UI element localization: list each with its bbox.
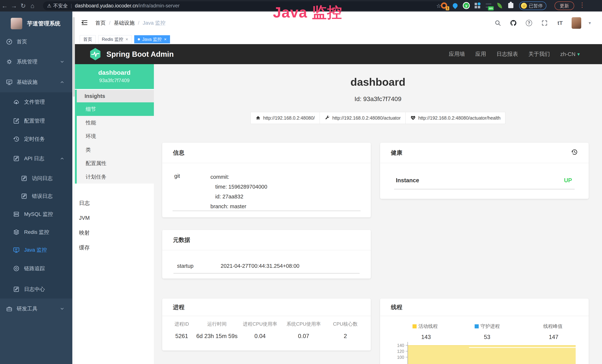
history-icon[interactable] — [571, 149, 578, 157]
sba-nav-journal[interactable]: 日志报表 — [496, 50, 518, 58]
extension-pin-icon[interactable] — [451, 1, 459, 10]
browser-update-button[interactable]: 更新 — [555, 1, 574, 10]
screen: ← → ↻ ⌂ ⚠ 不安全 | dashboard.yudao.iocoder.… — [0, 0, 602, 364]
font-size-icon[interactable]: tT — [556, 19, 564, 27]
fullscreen-icon[interactable] — [540, 19, 548, 27]
sidebar-item-redis[interactable]: Redis 监控 — [0, 223, 72, 241]
sidebar-item-trace[interactable]: 链路追踪 — [0, 259, 72, 278]
sidebar-item-system[interactable]: 系统管理 — [0, 53, 72, 71]
tag-java-monitor[interactable]: Java 监控 × — [134, 35, 170, 43]
sba-sidebar: dashboard 93a3fc7f7409 Insights 细节 性能 环境… — [75, 64, 154, 364]
sba-item-jvm[interactable]: JVM — [75, 211, 154, 225]
log-edit-icon — [13, 286, 20, 293]
user-caret-icon[interactable]: ▾ — [589, 20, 591, 26]
sba-item-details[interactable]: 细节 — [77, 102, 154, 116]
user-avatar[interactable] — [572, 17, 581, 29]
legend-label: 守护进程 — [481, 323, 500, 330]
card-title: 健康 — [391, 149, 402, 157]
tag-label: Java 监控 — [142, 36, 162, 42]
leaf-shape — [497, 3, 502, 8]
tag-home[interactable]: 首页 — [80, 35, 96, 43]
instance-name: dashboard — [75, 69, 154, 76]
endpoint-health-button[interactable]: http://192.168.0.2:48080/actuator/health — [406, 112, 505, 124]
sidebar-item-dev-tools[interactable]: 研发工具 — [0, 300, 72, 318]
extension-grid-icon[interactable] — [473, 1, 482, 10]
sba-item-caches[interactable]: 缓存 — [75, 240, 154, 255]
browser-forward-icon[interactable]: → — [9, 2, 19, 10]
github-icon[interactable] — [509, 19, 517, 27]
sidebar-scrollbar[interactable] — [72, 11, 75, 364]
url-path[interactable]: /infra/admin-server — [138, 3, 180, 9]
close-icon[interactable]: × — [126, 37, 128, 42]
sidebar-item-home[interactable]: 首页 — [0, 32, 72, 51]
sba-item-metrics[interactable]: 性能 — [77, 116, 154, 129]
app-title: 芋道管理系统 — [27, 20, 60, 27]
sba-item-logs[interactable]: 日志 — [75, 196, 154, 211]
sidebar-item-mysql[interactable]: MySQL 监控 — [0, 205, 72, 224]
help-icon[interactable]: ? — [525, 19, 533, 27]
y-tickmark — [406, 351, 408, 351]
eye-icon — [13, 265, 20, 272]
endpoint-url: http://192.168.0.2:48080/actuator/health — [418, 115, 500, 121]
sba-item-environment[interactable]: 环境 — [77, 129, 154, 143]
sidebar-item-label: 链路追踪 — [24, 265, 45, 272]
sidebar-item-api-log[interactable]: API 日志 — [0, 149, 72, 168]
extension-puzzle-icon[interactable] — [507, 1, 515, 10]
git-branch-line: branch: master — [210, 202, 267, 211]
extension-leaf-icon[interactable] — [495, 1, 504, 10]
endpoint-home-button[interactable]: http://192.168.0.2:48080/ — [250, 112, 320, 124]
sidebar-item-label: 错误日志 — [32, 193, 53, 200]
address-bar[interactable]: ⚠ 不安全 | dashboard.yudao.iocoder.cn/infra… — [43, 1, 445, 10]
sidebar-item-label: 日志中心 — [24, 286, 45, 293]
health-card-header: 健康 — [380, 143, 589, 163]
sidebar-item-label: 研发工具 — [17, 305, 37, 312]
sba-instance-header[interactable]: dashboard 93a3fc7f7409 — [75, 64, 154, 89]
metadata-value: 2021-04-27T00:44:31.254+08:00 — [221, 263, 300, 269]
browser-home-icon[interactable]: ⌂ — [28, 2, 37, 10]
scrollbar-thumb[interactable] — [73, 17, 75, 97]
sidebar-item-jobs[interactable]: 定时任务 — [0, 130, 72, 148]
sidebar-item-log-center[interactable]: 日志中心 — [0, 280, 72, 299]
sidebar-item-files[interactable]: 文件管理 — [0, 93, 72, 111]
app-logo-row[interactable]: 芋道管理系统 — [0, 15, 72, 32]
url-domain[interactable]: dashboard.yudao.iocoder.cn — [75, 3, 138, 9]
sba-nav-wallboard[interactable]: 应用墙 — [449, 50, 465, 58]
sba-item-classes[interactable]: 类 — [77, 143, 154, 157]
browser-reload-icon[interactable]: ↻ — [19, 2, 28, 10]
breadcrumb-home[interactable]: 首页 — [95, 20, 106, 27]
process-col-proc-cpu: 进程CPU使用率 0.04 — [238, 321, 282, 340]
extension-on-icon[interactable]: on — [484, 1, 493, 10]
security-label[interactable]: 不安全 — [53, 3, 68, 9]
profile-paused-pill[interactable]: ☺ 已暂停 — [519, 1, 546, 10]
browser-back-icon[interactable]: ← — [0, 2, 9, 10]
browser-menu-icon[interactable]: ⋮ — [579, 1, 585, 9]
sidebar-item-label: 首页 — [17, 38, 27, 45]
tag-redis-monitor[interactable]: Redis 监控 × — [98, 35, 132, 43]
sba-nav-about[interactable]: 关于我们 — [528, 50, 550, 58]
search-icon[interactable] — [494, 19, 502, 27]
sba-insights-group: Insights 细节 性能 环境 类 配置属性 计划任务 — [75, 90, 154, 183]
extension-y-icon[interactable]: y — [462, 1, 470, 10]
col-header: 系统CPU使用率 — [282, 321, 325, 327]
extension-refresh-icon[interactable]: 1 — [440, 1, 448, 10]
col-value: 2 — [325, 333, 365, 340]
sba-language-select[interactable]: zh-CN ▾ — [560, 51, 580, 57]
sba-item-scheduled-tasks[interactable]: 计划任务 — [77, 170, 154, 183]
hamburger-fold-icon[interactable] — [80, 18, 89, 27]
close-icon[interactable]: × — [164, 37, 166, 42]
row-divider — [394, 189, 575, 190]
sba-item-mappings[interactable]: 映射 — [75, 225, 154, 240]
sba-header: Spring Boot Admin 应用墙 应用 日志报表 关于我们 zh-CN… — [75, 44, 602, 64]
sba-nav-applications[interactable]: 应用 — [475, 50, 486, 58]
edit-icon — [13, 118, 20, 124]
endpoint-actuator-button[interactable]: http://192.168.0.2:48080/actuator — [320, 112, 406, 124]
sba-item-config-props[interactable]: 配置属性 — [77, 157, 154, 170]
legend-daemon-threads: 守护进程 — [475, 323, 500, 330]
breadcrumb-infra[interactable]: 基础设施 — [114, 20, 135, 27]
sidebar-item-error-log[interactable]: 错误日志 — [0, 187, 72, 205]
sidebar-item-java-monitor[interactable]: Java 监控 — [0, 241, 72, 259]
sidebar-item-infra[interactable]: 基础设施 — [0, 73, 72, 91]
sidebar-item-access-log[interactable]: 访问日志 — [0, 169, 72, 188]
sidebar-item-config[interactable]: 配置管理 — [0, 112, 72, 130]
metadata-card-header: 元数据 — [162, 230, 371, 250]
